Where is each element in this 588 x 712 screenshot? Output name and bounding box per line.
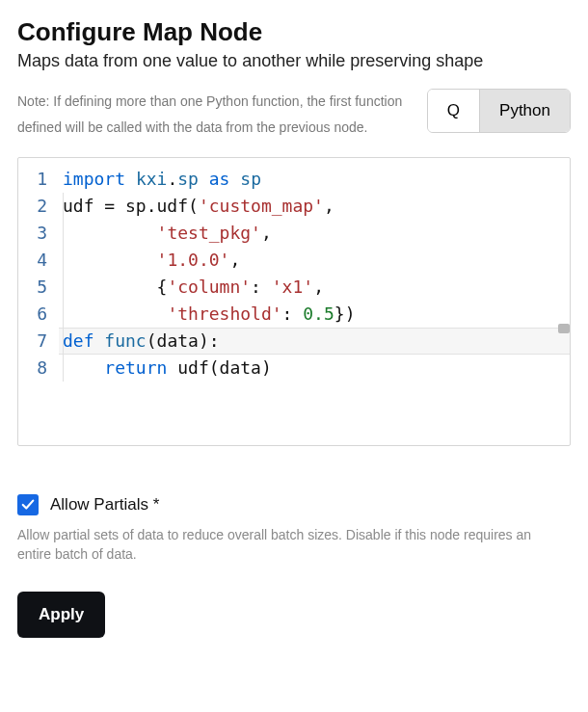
line-gutter: 12345678 (18, 158, 59, 445)
line-number: 1 (18, 166, 59, 193)
code-area[interactable]: import kxi.sp as spudf = sp.udf('custom_… (59, 158, 570, 445)
page-title: Configure Map Node (17, 17, 571, 47)
code-line: return udf(data) (59, 355, 570, 382)
line-number: 6 (18, 301, 59, 328)
allow-partials-label: Allow Partials * (50, 495, 159, 514)
allow-partials-checkbox[interactable] (17, 494, 39, 515)
code-editor[interactable]: 12345678 import kxi.sp as spudf = sp.udf… (17, 157, 571, 446)
lang-option-q[interactable]: Q (428, 90, 479, 132)
language-toggle: QPython (427, 89, 571, 133)
line-number: 4 (18, 247, 59, 274)
line-number: 5 (18, 274, 59, 301)
code-line: '1.0.0', (59, 247, 570, 274)
code-line: 'threshold': 0.5}) (59, 301, 570, 328)
check-icon (21, 498, 35, 512)
line-number: 3 (18, 220, 59, 247)
page-subtitle: Maps data from one value to another whil… (17, 51, 571, 71)
scrollbar-thumb[interactable] (558, 324, 570, 333)
code-line: def func(data): (59, 328, 570, 355)
line-number: 8 (18, 355, 59, 382)
code-line: {'column': 'x1', (59, 274, 570, 301)
note-text: Note: If defining more than one Python f… (17, 89, 412, 140)
code-line: import kxi.sp as sp (59, 166, 570, 193)
apply-button[interactable]: Apply (17, 592, 105, 638)
line-number: 2 (18, 193, 59, 220)
code-line: udf = sp.udf('custom_map', (59, 193, 570, 220)
code-line: 'test_pkg', (59, 220, 570, 247)
line-number: 7 (18, 328, 59, 355)
allow-partials-description: Allow partial sets of data to reduce ove… (17, 525, 557, 565)
lang-option-python[interactable]: Python (479, 90, 570, 132)
